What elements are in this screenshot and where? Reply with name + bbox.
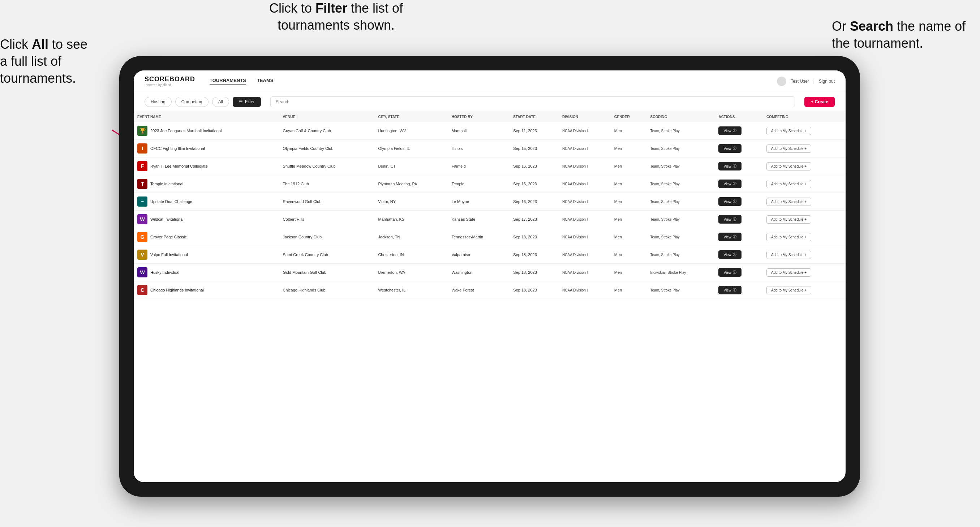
view-button[interactable]: View ⓘ bbox=[718, 215, 741, 224]
cell-start-date: Sep 18, 2023 bbox=[509, 246, 558, 264]
cell-competing: Add to My Schedule + bbox=[763, 140, 846, 157]
event-name-text: Wildcat Invitational bbox=[150, 217, 184, 221]
cell-hosted-by: Washington bbox=[448, 264, 510, 281]
cell-hosted-by: Tennessee-Martin bbox=[448, 228, 510, 246]
add-to-schedule-button[interactable]: Add to My Schedule + bbox=[767, 215, 811, 224]
add-to-schedule-button[interactable]: Add to My Schedule + bbox=[767, 268, 811, 277]
cell-city-state: Plymouth Meeting, PA bbox=[374, 175, 448, 193]
add-to-schedule-button[interactable]: Add to My Schedule + bbox=[767, 251, 811, 259]
cell-scoring: Team, Stroke Play bbox=[647, 157, 715, 175]
team-logo-icon: I bbox=[137, 143, 148, 154]
cell-scoring: Team, Stroke Play bbox=[647, 175, 715, 193]
cell-division: NCAA Division I bbox=[558, 228, 611, 246]
col-hosted-by: HOSTED BY bbox=[448, 112, 510, 122]
view-icon: ⓘ bbox=[733, 199, 737, 204]
logo-subtitle: Powered by clippd bbox=[145, 83, 195, 87]
view-button[interactable]: View ⓘ bbox=[718, 250, 741, 259]
view-button[interactable]: View ⓘ bbox=[718, 197, 741, 206]
cell-city-state: Chesterton, IN bbox=[374, 246, 448, 264]
cell-city-state: Bremerton, WA bbox=[374, 264, 448, 281]
add-to-schedule-button[interactable]: Add to My Schedule + bbox=[767, 198, 811, 206]
col-event-name: EVENT NAME bbox=[134, 112, 279, 122]
add-to-schedule-button[interactable]: Add to My Schedule + bbox=[767, 180, 811, 188]
table-row: W Wildcat Invitational Colbert Hills Man… bbox=[134, 211, 846, 228]
team-logo-icon: C bbox=[137, 285, 148, 295]
cell-start-date: Sep 18, 2023 bbox=[509, 264, 558, 281]
sign-out-link[interactable]: Sign out bbox=[819, 79, 835, 84]
cell-scoring: Team, Stroke Play bbox=[647, 211, 715, 228]
add-to-schedule-button[interactable]: Add to My Schedule + bbox=[767, 233, 811, 241]
col-venue: VENUE bbox=[279, 112, 375, 122]
filter-icon: ☰ bbox=[239, 99, 243, 105]
filter-label: Filter bbox=[245, 99, 255, 105]
add-to-schedule-button[interactable]: Add to My Schedule + bbox=[767, 144, 811, 153]
tab-all[interactable]: All bbox=[212, 97, 229, 107]
cell-venue: The 1912 Club bbox=[279, 175, 375, 193]
cell-scoring: Individual, Stroke Play bbox=[647, 264, 715, 281]
cell-actions: View ⓘ bbox=[715, 193, 763, 211]
cell-hosted-by: Kansas State bbox=[448, 211, 510, 228]
cell-actions: View ⓘ bbox=[715, 122, 763, 140]
search-input[interactable] bbox=[270, 97, 795, 107]
cell-division: NCAA Division I bbox=[558, 140, 611, 157]
top-nav: SCOREBOARD Powered by clippd TOURNAMENTS… bbox=[134, 70, 846, 92]
cell-start-date: Sep 17, 2023 bbox=[509, 211, 558, 228]
cell-hosted-by: Temple bbox=[448, 175, 510, 193]
create-button[interactable]: + Create bbox=[804, 97, 835, 107]
event-name-text: Temple Invitational bbox=[150, 182, 183, 186]
view-icon: ⓘ bbox=[733, 128, 737, 133]
col-start-date: START DATE bbox=[509, 112, 558, 122]
cell-venue: Gold Mountain Golf Club bbox=[279, 264, 375, 281]
cell-division: NCAA Division I bbox=[558, 193, 611, 211]
cell-competing: Add to My Schedule + bbox=[763, 193, 846, 211]
team-logo-icon: F bbox=[137, 161, 148, 171]
add-to-schedule-button[interactable]: Add to My Schedule + bbox=[767, 127, 811, 135]
cell-city-state: Victor, NY bbox=[374, 193, 448, 211]
event-name-text: Ryan T. Lee Memorial Collegiate bbox=[150, 164, 208, 168]
cell-hosted-by: Valparaiso bbox=[448, 246, 510, 264]
cell-division: NCAA Division I bbox=[558, 281, 611, 299]
cell-venue: Chicago Highlands Club bbox=[279, 281, 375, 299]
nav-separator: | bbox=[813, 79, 815, 84]
cell-competing: Add to My Schedule + bbox=[763, 157, 846, 175]
nav-right: Test User | Sign out bbox=[777, 76, 835, 86]
add-to-schedule-button[interactable]: Add to My Schedule + bbox=[767, 286, 811, 294]
cell-division: NCAA Division I bbox=[558, 122, 611, 140]
annotation-top-center: Click to Filter the list of tournaments … bbox=[246, 0, 426, 34]
cell-event-name: G Grover Page Classic bbox=[134, 228, 279, 246]
cell-start-date: Sep 18, 2023 bbox=[509, 281, 558, 299]
cell-actions: View ⓘ bbox=[715, 157, 763, 175]
cell-competing: Add to My Schedule + bbox=[763, 228, 846, 246]
cell-venue: Olympia Fields Country Club bbox=[279, 140, 375, 157]
table-container[interactable]: EVENT NAME VENUE CITY, STATE HOSTED BY S… bbox=[134, 112, 846, 482]
view-button[interactable]: View ⓘ bbox=[718, 268, 741, 277]
cell-division: NCAA Division I bbox=[558, 211, 611, 228]
cell-hosted-by: Fairfield bbox=[448, 157, 510, 175]
view-icon: ⓘ bbox=[733, 146, 737, 151]
cell-gender: Men bbox=[611, 175, 647, 193]
cell-event-name: I OFCC Fighting Illini Invitational bbox=[134, 140, 279, 157]
view-button[interactable]: View ⓘ bbox=[718, 286, 741, 294]
tab-competing[interactable]: Competing bbox=[175, 97, 208, 107]
view-button[interactable]: View ⓘ bbox=[718, 179, 741, 188]
cell-division: NCAA Division I bbox=[558, 157, 611, 175]
team-logo-icon: G bbox=[137, 232, 148, 242]
view-button[interactable]: View ⓘ bbox=[718, 144, 741, 153]
view-button[interactable]: View ⓘ bbox=[718, 233, 741, 241]
cell-gender: Men bbox=[611, 281, 647, 299]
tablet-screen: SCOREBOARD Powered by clippd TOURNAMENTS… bbox=[134, 70, 846, 482]
cell-division: NCAA Division I bbox=[558, 175, 611, 193]
nav-link-tournaments[interactable]: TOURNAMENTS bbox=[210, 78, 246, 84]
cell-event-name: W Wildcat Invitational bbox=[134, 211, 279, 228]
toolbar: Hosting Competing All ☰ Filter + Create bbox=[134, 92, 846, 112]
cell-competing: Add to My Schedule + bbox=[763, 122, 846, 140]
view-button[interactable]: View ⓘ bbox=[718, 162, 741, 170]
add-to-schedule-button[interactable]: Add to My Schedule + bbox=[767, 162, 811, 170]
view-icon: ⓘ bbox=[733, 270, 737, 275]
nav-link-teams[interactable]: TEAMS bbox=[257, 78, 274, 84]
view-button[interactable]: View ⓘ bbox=[718, 126, 741, 135]
tab-hosting[interactable]: Hosting bbox=[145, 97, 172, 107]
filter-button[interactable]: ☰ Filter bbox=[233, 97, 261, 107]
cell-scoring: Team, Stroke Play bbox=[647, 140, 715, 157]
cell-hosted-by: Illinois bbox=[448, 140, 510, 157]
